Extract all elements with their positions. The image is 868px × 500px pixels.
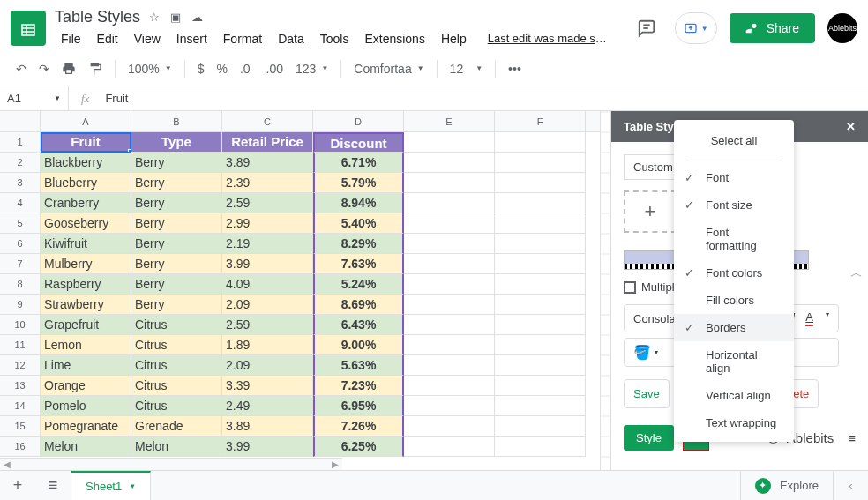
paint-format-button[interactable] — [83, 58, 108, 79]
cell[interactable]: 2.39 — [222, 173, 313, 193]
menu-option-text-wrapping[interactable]: Text wrapping — [674, 409, 794, 437]
collapse-sidepanel-icon[interactable]: ‹ — [833, 471, 868, 500]
cell[interactable] — [404, 274, 495, 295]
font-select[interactable]: Comfortaa▼ — [348, 58, 429, 79]
cell[interactable]: 6.25% — [313, 437, 404, 457]
cell[interactable]: Lemon — [41, 335, 131, 355]
menu-option-font[interactable]: Font — [674, 164, 794, 191]
cell[interactable]: Berry — [131, 254, 222, 274]
row-header[interactable]: 9 — [0, 295, 41, 315]
cloud-icon[interactable]: ☁ — [191, 11, 203, 24]
cell[interactable]: Raspberry — [41, 274, 131, 295]
cell[interactable]: 9.00% — [313, 335, 404, 355]
horizontal-scrollbar[interactable]: ◀ ▶ — [0, 458, 342, 470]
cell[interactable]: 3.39 — [222, 376, 313, 396]
cell[interactable] — [495, 376, 586, 396]
menu-file[interactable]: File — [55, 28, 87, 49]
menu-icon[interactable]: ≡ — [848, 430, 856, 445]
cell[interactable]: Kiwifruit — [41, 234, 131, 254]
row-header[interactable]: 11 — [0, 335, 41, 355]
redo-button[interactable]: ↷ — [34, 58, 55, 79]
add-sheet-button[interactable]: + — [0, 476, 35, 495]
cell[interactable] — [404, 153, 495, 173]
row-header[interactable]: 16 — [0, 437, 41, 457]
cell[interactable]: Pomegranate — [41, 416, 131, 437]
cell[interactable]: 7.26% — [313, 416, 404, 437]
cell[interactable] — [495, 396, 586, 416]
cell[interactable]: 5.24% — [313, 274, 404, 295]
cell[interactable]: Citrus — [131, 315, 222, 335]
user-avatar[interactable]: Ablebits — [827, 13, 857, 43]
cell[interactable]: Grenade — [131, 416, 222, 437]
cell[interactable]: 2.49 — [222, 396, 313, 416]
cell[interactable]: Berry — [131, 274, 222, 295]
share-button[interactable]: Share — [730, 13, 815, 43]
save-button[interactable]: Save — [624, 379, 670, 408]
menu-option-fill-colors[interactable]: Fill colors — [674, 287, 794, 314]
menu-tools[interactable]: Tools — [314, 28, 355, 49]
cell[interactable] — [495, 295, 586, 315]
cell[interactable]: Cranberry — [41, 193, 131, 213]
cell[interactable] — [404, 396, 495, 416]
cell[interactable] — [495, 193, 586, 213]
cell[interactable] — [495, 132, 586, 153]
cell[interactable] — [495, 153, 586, 173]
currency-button[interactable]: $ — [192, 58, 210, 79]
cell[interactable]: 1.89 — [222, 335, 313, 355]
vertical-scrollbar[interactable] — [600, 111, 610, 470]
cell[interactable]: 4.09 — [222, 274, 313, 295]
cell[interactable] — [495, 234, 586, 254]
present-button[interactable]: ▼ — [675, 12, 717, 44]
cell[interactable]: 8.29% — [313, 234, 404, 254]
font-size-select[interactable]: 12▼ — [445, 58, 489, 79]
cell[interactable]: Mulberry — [41, 254, 131, 274]
star-icon[interactable]: ☆ — [149, 11, 160, 24]
cell[interactable]: 2.59 — [222, 193, 313, 213]
print-button[interactable] — [56, 58, 81, 79]
col-header-C[interactable]: C — [222, 111, 313, 131]
row-header[interactable]: 6 — [0, 234, 41, 254]
cell[interactable] — [404, 254, 495, 274]
sheet-menu-icon[interactable]: ▼ — [129, 482, 136, 490]
cell[interactable]: Discount — [313, 132, 404, 153]
cell[interactable]: Berry — [131, 173, 222, 193]
cell[interactable]: 3.99 — [222, 254, 313, 274]
cell[interactable] — [495, 315, 586, 335]
row-header[interactable]: 14 — [0, 396, 41, 416]
cell[interactable] — [495, 213, 586, 234]
cell[interactable]: Citrus — [131, 355, 222, 376]
multiply-checkbox[interactable] — [624, 281, 636, 294]
cell[interactable] — [495, 355, 586, 376]
cell[interactable]: 6.43% — [313, 315, 404, 335]
cell[interactable]: 2.99 — [222, 213, 313, 234]
menu-extensions[interactable]: Extensions — [358, 28, 430, 49]
undo-button[interactable]: ↶ — [11, 58, 32, 79]
cell[interactable]: 3.99 — [222, 437, 313, 457]
row-header[interactable]: 8 — [0, 274, 41, 295]
cell[interactable] — [404, 437, 495, 457]
cell[interactable] — [404, 416, 495, 437]
menu-option-horizontal-align[interactable]: Horizontal align — [674, 341, 794, 382]
fill-color-button[interactable]: 🪣 — [633, 344, 651, 361]
cell[interactable] — [495, 416, 586, 437]
cell[interactable] — [404, 193, 495, 213]
style-preview-1[interactable] — [624, 250, 677, 270]
menu-view[interactable]: View — [128, 28, 167, 49]
cell[interactable]: Berry — [131, 193, 222, 213]
row-header[interactable]: 13 — [0, 376, 41, 396]
cell[interactable]: 2.09 — [222, 355, 313, 376]
cell[interactable]: 3.89 — [222, 416, 313, 437]
decrease-decimal-button[interactable]: .0 — [235, 58, 259, 79]
cell[interactable] — [495, 437, 586, 457]
comments-icon[interactable] — [631, 12, 662, 44]
row-header[interactable]: 10 — [0, 315, 41, 335]
menu-option-font-size[interactable]: Font size — [674, 191, 794, 219]
cell[interactable]: 5.40% — [313, 213, 404, 234]
cell[interactable]: Lime — [41, 355, 131, 376]
cell[interactable]: Blueberry — [41, 173, 131, 193]
name-box[interactable]: A1▼ — [0, 86, 69, 110]
zoom-select[interactable]: 100%▼ — [123, 58, 177, 79]
text-color-button[interactable]: A — [805, 310, 813, 326]
cell[interactable] — [495, 335, 586, 355]
scroll-up-icon[interactable]: ︿ — [850, 265, 863, 281]
